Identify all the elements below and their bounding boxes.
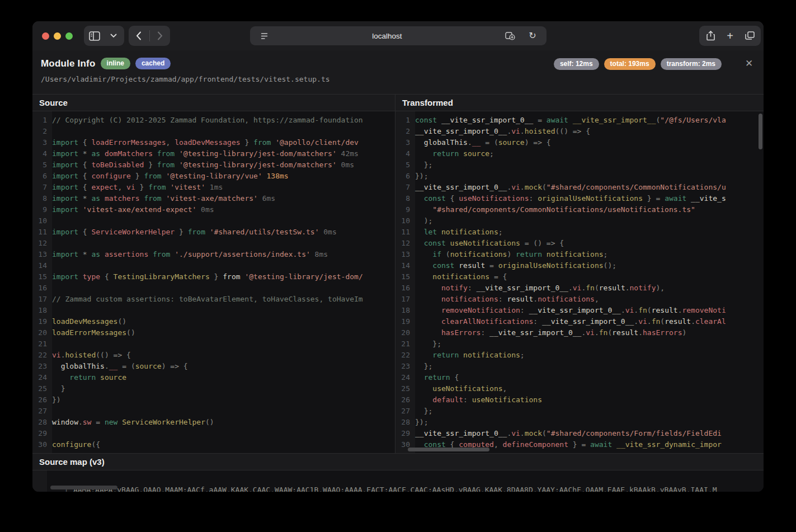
new-tab-icon[interactable]: + bbox=[722, 27, 738, 44]
window-minimize-button[interactable] bbox=[54, 32, 61, 40]
code-token: { bbox=[78, 161, 91, 169]
line-number: 24 bbox=[395, 372, 410, 383]
source-code[interactable]: 1// Copyright (C) 2012-2025 Zammad Found… bbox=[32, 111, 395, 453]
transformed-pane: Transformed 1const __vite_ssr_import_0__… bbox=[395, 95, 764, 453]
close-icon[interactable]: ✕ bbox=[742, 56, 756, 70]
window-close-button[interactable] bbox=[42, 32, 49, 40]
code-line: 21 }; bbox=[395, 338, 764, 350]
code-token: { bbox=[450, 373, 459, 382]
code-token: . bbox=[78, 418, 83, 426]
code-token: mock bbox=[525, 183, 542, 191]
code-line: 8 const { useNotifications: originalUseN… bbox=[395, 193, 764, 204]
code-token: }; bbox=[415, 407, 432, 415]
sidebar-icon[interactable] bbox=[86, 27, 103, 44]
code-token: . bbox=[595, 328, 599, 337]
line-number: 30 bbox=[32, 439, 47, 450]
forward-button-icon[interactable] bbox=[152, 27, 168, 44]
share-icon[interactable] bbox=[702, 27, 719, 44]
address-bar[interactable]: localhost ↻ bbox=[250, 26, 547, 45]
reader-icon[interactable] bbox=[256, 27, 272, 44]
code-token: . bbox=[520, 127, 525, 135]
code-line: 15 notifications = { bbox=[395, 271, 764, 283]
code-token: ), bbox=[656, 284, 665, 292]
code-token: "#shared/components/Form/fields/FieldEdi bbox=[547, 429, 722, 437]
line-number: 11 bbox=[32, 227, 47, 238]
code-line: 16 notify: __vite_ssr_import_0__.vi.fn(r… bbox=[395, 283, 764, 294]
line-number: 13 bbox=[32, 249, 47, 260]
code-token: ( bbox=[542, 429, 547, 437]
code-token: from bbox=[223, 272, 240, 281]
code-token: . bbox=[105, 362, 109, 370]
code-token: as bbox=[91, 149, 100, 158]
code-line: 30configure({ bbox=[32, 439, 395, 450]
code-line: 26 default: useNotifications bbox=[395, 394, 764, 406]
code-token: defineComponent bbox=[503, 440, 568, 449]
back-button-icon[interactable] bbox=[130, 27, 147, 44]
code-token: { bbox=[78, 228, 91, 236]
code-token: () bbox=[205, 418, 214, 426]
window-zoom-button[interactable] bbox=[65, 32, 73, 40]
vertical-scrollbar[interactable] bbox=[759, 114, 762, 149]
code-token: useNotifications bbox=[472, 396, 542, 404]
transformed-code[interactable]: 1const __vite_ssr_import_0__ = await __v… bbox=[395, 111, 764, 453]
line-number: 8 bbox=[32, 193, 47, 204]
sourcemap-title: Source map (v3) bbox=[32, 454, 764, 470]
line-number: 16 bbox=[32, 283, 47, 294]
code-token: { bbox=[78, 172, 91, 180]
code-token: '@apollo/client/dev bbox=[271, 138, 359, 147]
code-line: 7import { expect, vi } from 'vitest' 1ms bbox=[32, 182, 395, 193]
code-token: return bbox=[415, 351, 459, 359]
code-token: }); bbox=[415, 172, 428, 180]
reload-icon[interactable]: ↻ bbox=[524, 27, 541, 44]
code-token: result bbox=[652, 306, 678, 314]
code-token: import bbox=[52, 228, 78, 236]
horizontal-scrollbar[interactable] bbox=[50, 486, 117, 489]
code-line: 25 } bbox=[32, 383, 395, 394]
code-token: loadDevMessages bbox=[52, 317, 117, 326]
line-number: 12 bbox=[395, 238, 410, 249]
code-token: notifications bbox=[538, 295, 595, 303]
code-token: result bbox=[454, 261, 485, 270]
code-line: 24 return source bbox=[32, 372, 395, 383]
code-token: }) bbox=[52, 396, 61, 404]
code-token: = ( bbox=[481, 138, 498, 147]
code-token: ; bbox=[489, 149, 494, 158]
code-token: import bbox=[52, 161, 78, 169]
code-token: notify bbox=[415, 284, 468, 292]
code-token: . bbox=[647, 317, 652, 326]
code-token: 138ms bbox=[262, 172, 289, 180]
code-line: 26}) bbox=[32, 394, 395, 406]
code-token: = bbox=[485, 261, 498, 270]
sourcemap-mappings: AAMA;AAeA,yBAAG,QAAQ,MAAM;AACf,aAAW,KAAK… bbox=[73, 486, 717, 492]
code-token: hasErrors bbox=[643, 328, 682, 337]
code-token: result bbox=[665, 317, 691, 326]
code-token: __vite_ssr_import_0__ bbox=[415, 183, 507, 191]
code-token: (); bbox=[604, 261, 616, 270]
sourcemap-code[interactable]: 1AAMA;AAeA,yBAAG,QAAQ,MAAM;AACf,aAAW,KAA… bbox=[32, 470, 764, 492]
code-token: import bbox=[52, 250, 78, 258]
code-token: await bbox=[590, 440, 612, 449]
code-token: removeNotification bbox=[415, 306, 520, 314]
code-token: vi bbox=[126, 183, 135, 191]
self-time-badge: self: 12ms bbox=[554, 58, 599, 70]
code-token: import bbox=[52, 183, 78, 191]
code-line: 4import * as domMatchers from '@testing-… bbox=[32, 148, 395, 159]
code-token: } bbox=[144, 161, 157, 169]
horizontal-scrollbar[interactable] bbox=[408, 448, 489, 451]
code-token: // Zammad custom assertions: toBeAvatarE… bbox=[52, 295, 363, 303]
tab-overview-icon[interactable] bbox=[741, 27, 758, 44]
code-token: } bbox=[131, 172, 144, 180]
chevron-down-icon[interactable] bbox=[105, 27, 122, 44]
code-line: 3import { loadErrorMessages, loadDevMess… bbox=[32, 137, 395, 148]
code-token: = { bbox=[489, 272, 507, 281]
code-token: source bbox=[96, 373, 126, 382]
code-line: 28}); bbox=[395, 417, 764, 428]
code-token: loadErrorMessages bbox=[91, 138, 166, 147]
url-text[interactable]: localhost bbox=[272, 32, 502, 40]
code-token: import bbox=[52, 272, 78, 281]
code-token: ) => { bbox=[525, 138, 551, 147]
line-number: 5 bbox=[395, 159, 410, 171]
page-settings-icon[interactable] bbox=[502, 27, 519, 44]
code-token: 'vitest-axe/extend-expect' bbox=[78, 205, 196, 214]
code-token: } bbox=[52, 384, 65, 393]
